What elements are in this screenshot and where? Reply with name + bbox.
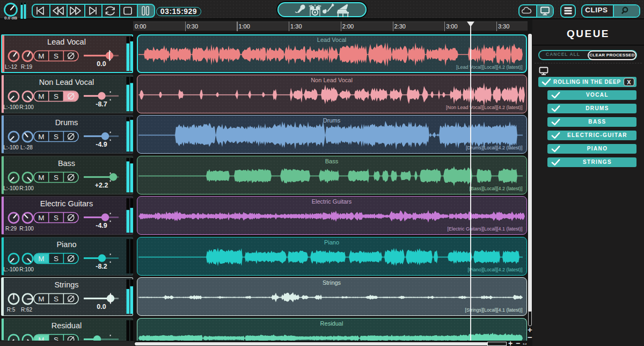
svg-text:0.0 dB: 0.0 dB: [4, 16, 17, 20]
svg-text:L:-100: L:-100: [3, 185, 19, 191]
svg-text:R:100: R:100: [19, 226, 34, 232]
svg-text:R:100: R:100: [19, 104, 34, 110]
svg-text:S: S: [53, 336, 58, 341]
svg-text:S: S: [53, 174, 58, 182]
svg-text:R:100: R:100: [19, 185, 34, 191]
svg-text:M: M: [38, 174, 44, 182]
svg-text:-4.9: -4.9: [96, 141, 107, 148]
svg-text:R:29: R:29: [5, 226, 17, 232]
svg-text:M: M: [38, 336, 44, 341]
svg-text:R:100: R:100: [19, 266, 34, 272]
svg-text:M: M: [38, 52, 44, 60]
svg-text:0.0: 0.0: [97, 303, 106, 311]
svg-text:R:19: R:19: [20, 63, 32, 69]
svg-text:S: S: [53, 255, 58, 263]
svg-text:R:5: R:5: [6, 307, 15, 313]
svg-text:S: S: [53, 52, 58, 60]
svg-text:M: M: [38, 133, 44, 141]
svg-text:L:-28: L:-28: [20, 145, 33, 150]
svg-text:M: M: [38, 214, 44, 222]
svg-text:L:-12: L:-12: [5, 63, 17, 69]
svg-text:L:-100: L:-100: [3, 266, 19, 272]
svg-text:+2.2: +2.2: [94, 182, 108, 189]
svg-text:M: M: [38, 295, 44, 303]
svg-text:S: S: [53, 214, 58, 222]
svg-text:M: M: [38, 92, 44, 100]
svg-text:R:62: R:62: [20, 307, 32, 313]
svg-text:L:-100: L:-100: [3, 145, 19, 150]
svg-text:S: S: [53, 133, 58, 141]
svg-text:-4.9: -4.9: [96, 222, 107, 229]
svg-text:0.0: 0.0: [97, 60, 106, 68]
svg-text:-8.7: -8.7: [96, 100, 107, 108]
svg-text:S: S: [53, 295, 58, 303]
svg-text:M: M: [38, 255, 44, 263]
svg-text:S: S: [53, 92, 58, 100]
svg-text:-8.2: -8.2: [96, 263, 107, 270]
svg-text:L:-100: L:-100: [3, 104, 19, 110]
